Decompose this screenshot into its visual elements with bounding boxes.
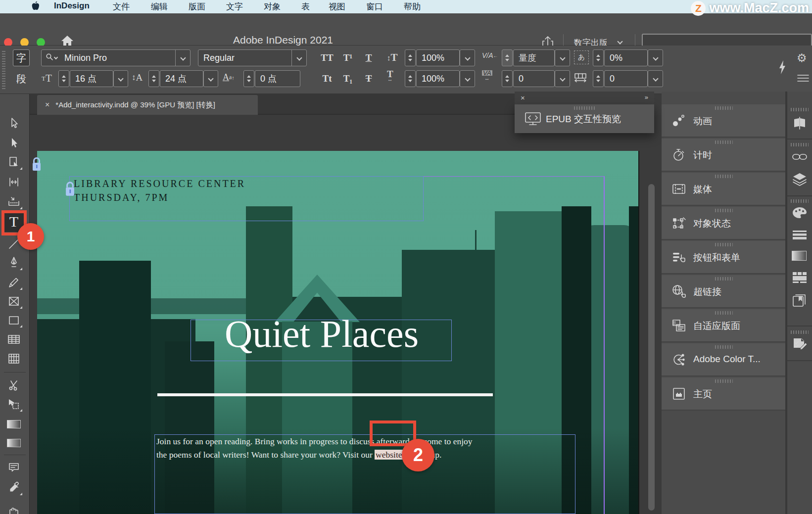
vertical-scale-stepper[interactable] (405, 49, 416, 66)
menu-item-type[interactable]: 文字 (226, 1, 243, 12)
vertical-scale-field[interactable]: 100% (416, 49, 460, 66)
selection-tool[interactable] (3, 114, 24, 133)
panel-row-pages-home[interactable]: 主页 (662, 377, 785, 411)
panel-grip[interactable] (715, 209, 733, 212)
tracking-stepper[interactable] (502, 70, 513, 87)
menu-item-edit[interactable]: 编辑 (151, 1, 168, 12)
panel-grip[interactable] (791, 330, 809, 334)
panel-row-timing[interactable]: 计时 (662, 139, 785, 172)
document-tab[interactable]: × *Add_interactivity.indd @ 39% [GPU 预览]… (37, 95, 258, 115)
free-transform-tool[interactable] (3, 395, 24, 414)
grid-count-stepper[interactable] (593, 70, 604, 87)
grid-count-dropdown[interactable] (648, 70, 663, 87)
vertical-grid-tool[interactable] (3, 349, 24, 368)
panel-menu-icon[interactable] (797, 73, 810, 85)
apple-menu-icon[interactable] (31, 0, 40, 15)
close-icon[interactable]: × (521, 93, 525, 102)
leading-stepper[interactable] (148, 70, 159, 87)
font-size-field[interactable]: 16 点 (70, 70, 113, 87)
horizontal-grid-tool[interactable] (3, 330, 24, 349)
content-collector-tool[interactable] (3, 192, 24, 211)
font-family-dropdown[interactable] (175, 50, 190, 66)
epub-panel[interactable]: EPUB 交互性预览 (515, 104, 654, 133)
layers-panel-icon[interactable] (792, 172, 808, 188)
panel-row-animation[interactable]: 动画 (662, 104, 785, 138)
panel-grip[interactable] (791, 143, 809, 146)
menu-item-file[interactable]: 文件 (113, 1, 130, 12)
panel-row-object-states[interactable]: 对象状态 (662, 207, 785, 240)
font-style-combo[interactable]: Regular (198, 49, 307, 66)
panel-grip[interactable] (791, 108, 809, 111)
pencil-tool[interactable] (3, 273, 24, 292)
panel-grip[interactable] (715, 106, 733, 110)
tracking-field[interactable]: 0 (513, 70, 555, 87)
panel-row-buttons-forms[interactable]: 按钮和表单 (662, 241, 785, 274)
bookmarks-panel-icon[interactable] (792, 293, 807, 310)
panel-grip[interactable] (2, 50, 5, 89)
all-caps-button[interactable]: TT (319, 50, 335, 66)
font-size-stepper[interactable] (58, 70, 69, 87)
gradient-panel-icon[interactable] (792, 251, 807, 261)
panel-grip[interactable] (715, 140, 733, 144)
frame-tool[interactable] (3, 292, 24, 311)
panel-grip[interactable] (715, 243, 733, 246)
tracking-dropdown[interactable] (555, 70, 570, 87)
small-caps-button[interactable]: Tt (319, 71, 335, 87)
underline-button[interactable]: T (360, 50, 377, 66)
baseline-shift-stepper[interactable] (243, 70, 254, 87)
panel-grip[interactable] (715, 175, 733, 178)
menu-item-object[interactable]: 对象 (264, 1, 281, 12)
grid-count-field[interactable]: 0 (604, 70, 648, 87)
scissors-tool[interactable] (3, 376, 24, 395)
leading-dropdown[interactable] (203, 70, 218, 87)
horizontal-scale-dropdown[interactable] (460, 70, 475, 87)
paragraph-formatting-tab[interactable]: 段 (13, 70, 30, 87)
tsume-dropdown[interactable] (648, 49, 663, 66)
vertical-scale-dropdown[interactable] (460, 49, 475, 66)
links-panel-icon[interactable] (792, 151, 808, 165)
character-formatting-tab[interactable]: 字 (13, 49, 30, 66)
pen-tool[interactable] (3, 253, 24, 272)
panel-grip[interactable] (715, 345, 733, 349)
font-family-combo[interactable]: Minion Pro (41, 49, 191, 66)
close-tab-icon[interactable]: × (45, 100, 49, 109)
gap-tool[interactable] (3, 173, 24, 191)
menu-item-layout[interactable]: 版面 (189, 1, 205, 12)
stroke-panel-icon[interactable] (792, 230, 808, 241)
note-tool[interactable] (3, 459, 24, 477)
menu-item-window[interactable]: 窗口 (366, 1, 383, 12)
menu-item-view[interactable]: 视图 (329, 1, 345, 12)
page-tool[interactable] (3, 153, 24, 172)
strikethrough-button[interactable]: T (360, 71, 377, 87)
quick-apply-icon[interactable] (778, 59, 787, 77)
kerning-stepper[interactable] (502, 49, 513, 66)
superscript-button[interactable]: T¹ (339, 50, 356, 66)
baseline-shift-field[interactable]: 0 点 (255, 70, 300, 87)
tsume-stepper[interactable] (593, 49, 604, 66)
website-hyperlink[interactable]: website (375, 450, 403, 460)
collapse-panel-icon[interactable]: » (645, 93, 648, 101)
panel-row-media[interactable]: 媒体 (662, 173, 785, 206)
panel-grip[interactable] (574, 106, 595, 110)
font-size-dropdown[interactable] (113, 70, 128, 87)
tsume-field[interactable]: 0% (604, 49, 648, 66)
panel-row-adobe-color[interactable]: Adobe Color T... (662, 343, 785, 376)
font-style-dropdown[interactable] (291, 50, 306, 66)
hand-tool[interactable] (3, 499, 24, 514)
menu-item-app[interactable]: InDesign (54, 1, 90, 11)
leading-field[interactable]: 24 点 (160, 70, 203, 87)
panel-row-hyperlinks[interactable]: 超链接 (662, 275, 785, 308)
swatches-panel-icon[interactable] (792, 206, 808, 222)
panel-grip[interactable] (791, 199, 809, 203)
gradient-swatch-tool[interactable] (3, 415, 24, 433)
rectangle-tool[interactable] (3, 311, 24, 329)
horizontal-scale-stepper[interactable] (405, 70, 416, 87)
eyedropper-tool[interactable] (3, 478, 24, 497)
panel-row-liquid-layout[interactable]: 自适应版面 (662, 309, 785, 342)
cc-libraries-panel-icon[interactable] (792, 271, 808, 286)
pages-panel-icon[interactable] (792, 116, 807, 132)
menu-item-table[interactable]: 表 (301, 1, 310, 12)
horizontal-scale-field[interactable]: 100% (416, 70, 460, 87)
gear-icon[interactable]: ⚙ (797, 51, 807, 65)
menu-item-help[interactable]: 帮助 (404, 1, 421, 12)
